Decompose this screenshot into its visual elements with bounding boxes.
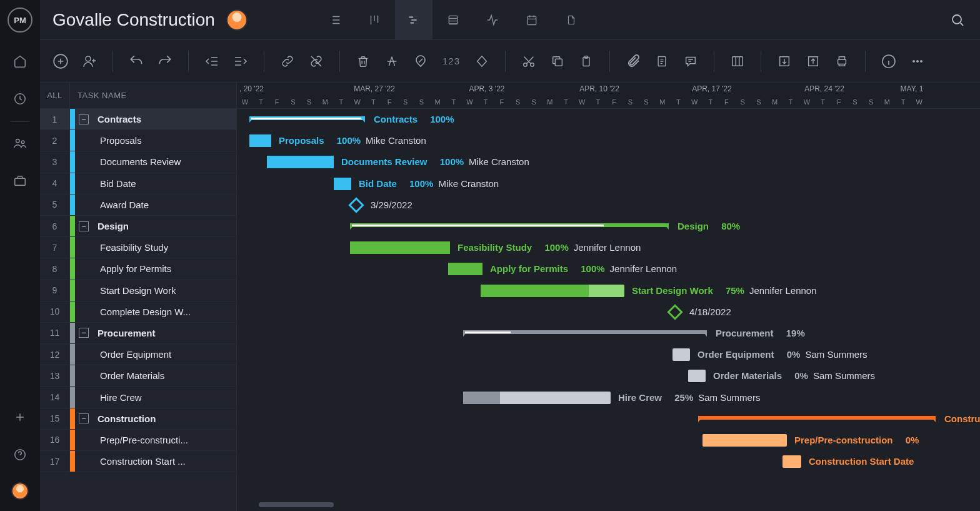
task-bar[interactable]: [448, 263, 482, 275]
task-row[interactable]: 6−Design: [40, 216, 236, 237]
attachment-icon[interactable]: [624, 52, 642, 71]
task-color-bar: [70, 323, 75, 343]
task-bar[interactable]: [702, 434, 787, 447]
task-bar[interactable]: [672, 348, 690, 361]
cut-icon[interactable]: [519, 52, 538, 71]
outdent-icon[interactable]: [202, 52, 221, 71]
briefcase-icon[interactable]: [10, 171, 30, 191]
add-person-icon[interactable]: [80, 52, 99, 71]
task-row[interactable]: 10Complete Design W...: [40, 301, 236, 323]
list-view-tab[interactable]: [316, 0, 354, 40]
home-icon[interactable]: [10, 51, 30, 71]
task-row[interactable]: 9Start Design Work: [40, 280, 236, 301]
task-row[interactable]: 15−Construction: [40, 408, 236, 430]
task-row[interactable]: 4Bid Date: [40, 173, 236, 195]
more-icon[interactable]: [908, 52, 927, 71]
task-bar[interactable]: [350, 241, 450, 254]
row-number: 2: [40, 130, 70, 151]
task-row[interactable]: 12Order Equipment: [40, 344, 236, 365]
strikethrough-icon[interactable]: [382, 52, 401, 71]
column-name-header[interactable]: TASK NAME: [70, 91, 127, 100]
column-all-header[interactable]: ALL: [40, 83, 70, 108]
task-row[interactable]: 16Prep/Pre-constructi...: [40, 430, 236, 451]
collapse-icon[interactable]: −: [79, 328, 89, 338]
task-row[interactable]: 17Construction Start ...: [40, 451, 236, 472]
milestone-label: 3/29/2022: [371, 199, 412, 211]
task-color-bar: [70, 109, 75, 129]
task-bar[interactable]: [782, 455, 801, 468]
notes-icon[interactable]: [652, 52, 671, 71]
task-bar[interactable]: [481, 285, 624, 297]
task-row[interactable]: 7Feasibility Study: [40, 237, 236, 258]
task-row[interactable]: 8Apply for Permits: [40, 258, 236, 280]
task-bar[interactable]: [334, 178, 351, 190]
paste-icon[interactable]: [577, 52, 596, 71]
summary-bar[interactable]: [249, 116, 365, 123]
add-task-icon[interactable]: [51, 52, 70, 71]
team-icon[interactable]: [10, 133, 30, 153]
user-avatar[interactable]: [11, 482, 29, 500]
redo-icon[interactable]: [156, 52, 174, 71]
unlink-icon[interactable]: [307, 52, 326, 71]
task-row[interactable]: 5Award Date: [40, 195, 236, 216]
task-row[interactable]: 3Documents Review: [40, 151, 236, 173]
columns-icon[interactable]: [728, 52, 747, 71]
gantt-view-tab[interactable]: [395, 0, 432, 40]
row-number: 15: [40, 408, 70, 429]
help-icon[interactable]: [10, 445, 30, 465]
calendar-view-tab[interactable]: [513, 0, 551, 40]
clock-icon[interactable]: [10, 89, 30, 109]
summary-bar[interactable]: [463, 330, 707, 337]
collapse-icon[interactable]: −: [79, 221, 89, 231]
link-icon[interactable]: [278, 52, 297, 71]
milestone-icon[interactable]: [472, 52, 491, 71]
svg-point-2: [21, 141, 24, 144]
board-view-tab[interactable]: [356, 0, 393, 40]
summary-bar[interactable]: [350, 223, 669, 230]
svg-point-10: [524, 63, 528, 66]
copy-icon[interactable]: [548, 52, 567, 71]
task-row[interactable]: 1−Contracts: [40, 109, 236, 130]
numbering-icon[interactable]: 123: [440, 56, 462, 66]
comment-icon[interactable]: [681, 52, 700, 71]
collapse-icon[interactable]: −: [79, 413, 89, 423]
gantt-body[interactable]: Contracts 100%Proposals 100%Mike Cransto…: [237, 109, 980, 511]
task-row[interactable]: 14Hire Crew: [40, 387, 236, 408]
undo-icon[interactable]: [127, 52, 146, 71]
task-bar[interactable]: [688, 370, 706, 382]
print-icon[interactable]: [832, 52, 851, 71]
task-row[interactable]: 11−Procurement: [40, 323, 236, 344]
task-bar[interactable]: [463, 392, 611, 404]
import-icon[interactable]: [775, 52, 794, 71]
collapse-icon[interactable]: −: [79, 114, 89, 124]
project-owner-avatar[interactable]: [226, 9, 248, 31]
task-row[interactable]: 2Proposals: [40, 130, 236, 151]
summary-bar[interactable]: [698, 416, 936, 423]
task-color-bar: [70, 216, 75, 236]
task-color-bar: [70, 430, 75, 450]
gantt-chart[interactable]: , 20 '22MAR, 27 '22APR, 3 '22APR, 10 '22…: [237, 83, 980, 511]
task-bar[interactable]: [267, 156, 334, 168]
milestone-icon[interactable]: [667, 304, 682, 320]
task-bar[interactable]: [249, 134, 271, 147]
svg-rect-3: [15, 178, 26, 185]
clear-format-icon[interactable]: [411, 52, 430, 71]
svg-point-1: [16, 139, 19, 143]
task-row[interactable]: 13Order Materials: [40, 365, 236, 387]
activity-view-tab[interactable]: [474, 0, 511, 40]
info-icon[interactable]: [879, 52, 898, 71]
indent-icon[interactable]: [231, 52, 250, 71]
bar-label: Design 80%: [678, 220, 740, 233]
bar-label: Apply for Permits 100%Jennifer Lennon: [490, 263, 677, 275]
document-view-tab[interactable]: [552, 0, 590, 40]
milestone-icon[interactable]: [348, 197, 364, 213]
task-color-bar: [70, 344, 75, 365]
plus-icon[interactable]: [10, 407, 30, 427]
search-icon[interactable]: [950, 13, 965, 28]
sheet-view-tab[interactable]: [434, 0, 472, 40]
app-logo[interactable]: PM: [8, 8, 32, 33]
horizontal-scrollbar[interactable]: [249, 502, 968, 507]
delete-icon[interactable]: [354, 52, 372, 71]
export-icon[interactable]: [804, 52, 822, 71]
task-color-bar: [70, 301, 75, 322]
